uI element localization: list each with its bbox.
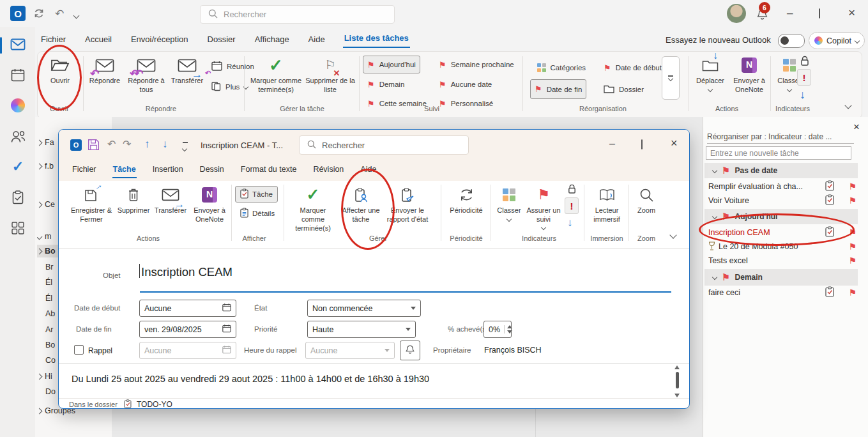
private-lock-icon[interactable]	[567, 183, 577, 196]
task-forward-button[interactable]: → Transférer	[152, 185, 189, 215]
reminder-date-field[interactable]: Aucune	[139, 342, 236, 359]
rail-copilot-icon[interactable]	[10, 97, 26, 114]
minimize-button[interactable]: –	[787, 8, 793, 19]
titlebar-search[interactable]: Rechercher	[200, 5, 395, 24]
task-tab-format-du-texte[interactable]: Format du texte	[240, 162, 298, 178]
rail-mail-icon[interactable]	[10, 36, 26, 52]
reminder-time-select[interactable]: Aucune	[305, 342, 395, 359]
tab-fichier[interactable]: Fichier	[40, 31, 67, 48]
task-flag-icon[interactable]: ⚑	[848, 256, 857, 265]
task-list-item[interactable]: Remplir évaluation à cha... ⚑	[704, 180, 865, 194]
task-clipboard-icon[interactable]	[825, 180, 834, 193]
calendar-icon[interactable]	[222, 303, 231, 314]
move-up-icon[interactable]: ↑	[144, 138, 150, 151]
show-task-button[interactable]: Tâche	[235, 186, 278, 203]
reply-button[interactable]: ↶ Répondre	[86, 55, 124, 86]
forward-button[interactable]: → Transférer	[169, 55, 206, 86]
task-clipboard-icon[interactable]	[825, 194, 834, 207]
redo-icon[interactable]: ↷	[123, 138, 131, 150]
body-scrollbar[interactable]	[673, 365, 681, 398]
rail-apps-icon[interactable]	[10, 220, 26, 236]
tab-liste-des-taches[interactable]: Liste des tâches	[343, 29, 410, 48]
rail-people-icon[interactable]	[10, 128, 26, 144]
status-select[interactable]: Non commencée	[307, 300, 421, 317]
task-categorize-button[interactable]: Classer	[494, 185, 524, 221]
send-to-onenote-button[interactable]: N Envoyer à OneNote	[729, 55, 769, 95]
arrange-scroll-button[interactable]	[662, 56, 680, 100]
task-tab-aide[interactable]: Aide	[360, 162, 377, 178]
tab-envoi-reception[interactable]: Envoi/réception	[130, 31, 190, 48]
arrange-due-date[interactable]: ⚑Date de fin	[530, 79, 586, 99]
task-body-text[interactable]: Du Lundi 25 aout 2025 au vendredi 29 aou…	[72, 374, 429, 384]
zoom-button[interactable]: Zoom	[632, 185, 660, 215]
rail-todo-icon[interactable]: ✓	[10, 158, 26, 175]
tab-accueil[interactable]: Accueil	[84, 31, 113, 48]
arrange-start-date[interactable]: ⚑Date de début	[599, 59, 666, 77]
task-minimize-button[interactable]: –	[609, 139, 615, 149]
close-button[interactable]: ×	[848, 6, 855, 19]
task-list-item-inscription-ceam[interactable]: Inscription CEAM ⚑	[704, 226, 865, 240]
follow-up-button[interactable]: ⚑ Assurer un suivi	[524, 185, 563, 229]
maximize-button[interactable]	[819, 9, 820, 18]
collapse-task-ribbon-chevron-icon[interactable]	[671, 231, 676, 240]
send-status-report-button[interactable]: Envoyer le rapport d'état	[383, 185, 432, 224]
start-date-field[interactable]: Aucune	[139, 300, 236, 317]
task-tab-fichier[interactable]: Fichier	[72, 162, 97, 178]
quick-access-chevron-icon[interactable]	[74, 11, 79, 20]
tab-affichage[interactable]: Affichage	[254, 31, 291, 48]
task-tab-dessin[interactable]: Dessin	[199, 162, 225, 178]
task-tab-insertion[interactable]: Insertion	[152, 162, 184, 178]
copilot-button[interactable]: Copilot	[809, 32, 865, 49]
due-date-field[interactable]: ven. 29/08/2025	[139, 321, 236, 338]
undo-icon[interactable]: ↶	[55, 7, 64, 20]
task-clipboard-icon[interactable]	[825, 286, 834, 299]
section-pas-de-date[interactable]: ⚑Pas de date	[704, 163, 858, 178]
arrange-folder[interactable]: Dossier	[599, 80, 648, 98]
save-icon[interactable]	[88, 139, 100, 153]
task-list-item[interactable]: Le 20 de Modula #050 ⚑	[704, 240, 865, 254]
task-flag-icon[interactable]: ⚑	[848, 182, 857, 191]
mark-complete-button[interactable]: ✓ Marquer comme terminée(s)	[249, 55, 303, 95]
open-button[interactable]: Ouvrir	[42, 55, 78, 86]
save-close-button[interactable]: → Enregistrer & Fermer	[70, 185, 112, 224]
task-search[interactable]: Rechercher	[299, 135, 469, 155]
immersive-reader-button[interactable]: Lecteur immersif	[589, 185, 625, 224]
sync-icon[interactable]	[33, 8, 45, 21]
section-demain[interactable]: ⚑Demain	[704, 269, 858, 286]
reminder-sound-button[interactable]	[400, 341, 420, 360]
task-mark-complete-button[interactable]: ✓ Marquer comme terminée(s)	[287, 185, 339, 233]
task-tab-revision[interactable]: Révision	[312, 162, 344, 178]
task-flag-icon[interactable]: ⚑	[848, 288, 857, 297]
task-close-button[interactable]: ×	[671, 137, 678, 149]
reminder-checkbox[interactable]	[74, 345, 84, 355]
task-flag-icon[interactable]: ⚑	[848, 228, 857, 237]
task-clipboard-icon[interactable]	[825, 226, 834, 239]
recurrence-button[interactable]: Périodicité	[446, 185, 487, 215]
followup-custom[interactable]: ⚑Personnalisé	[434, 95, 498, 112]
followup-next-week[interactable]: ⚑Semaine prochaine	[434, 56, 519, 73]
new-task-input[interactable]: Entrez une nouvelle tâche	[706, 146, 851, 160]
task-list-item[interactable]: faire ceci ⚑	[704, 286, 865, 300]
high-importance-button[interactable]: !	[565, 197, 579, 214]
task-list-item[interactable]: Tests excel ⚑	[704, 254, 865, 268]
task-flag-icon[interactable]: ⚑	[848, 242, 857, 251]
tab-aide[interactable]: Aide	[307, 31, 326, 48]
rail-calendar-icon[interactable]	[10, 66, 26, 83]
high-importance-button[interactable]: !	[797, 69, 811, 86]
undo-icon[interactable]: ↶	[107, 138, 116, 150]
new-outlook-toggle[interactable]	[778, 34, 805, 48]
followup-tomorrow[interactable]: ⚑Demain	[363, 75, 409, 93]
tab-dossier[interactable]: Dossier	[206, 31, 237, 48]
priority-select[interactable]: Haute	[307, 321, 416, 338]
move-button[interactable]: ↓ Déplacer	[692, 55, 728, 91]
followup-no-date[interactable]: ⚑Aucune date	[434, 75, 496, 93]
panel-close-icon[interactable]: ×	[853, 121, 860, 134]
remove-from-list-button[interactable]: ⚐ ✕ Supprimer de la liste	[305, 55, 355, 95]
followup-today[interactable]: ⚑Aujourd'hui	[363, 56, 420, 73]
user-avatar[interactable]	[727, 4, 746, 23]
arrange-categories[interactable]: Catégories	[533, 59, 590, 77]
rail-tasks-icon[interactable]	[10, 189, 26, 206]
delete-button[interactable]: Supprimer	[115, 185, 152, 215]
calendar-icon[interactable]	[222, 324, 231, 335]
qat-chevron-icon[interactable]	[183, 142, 188, 153]
